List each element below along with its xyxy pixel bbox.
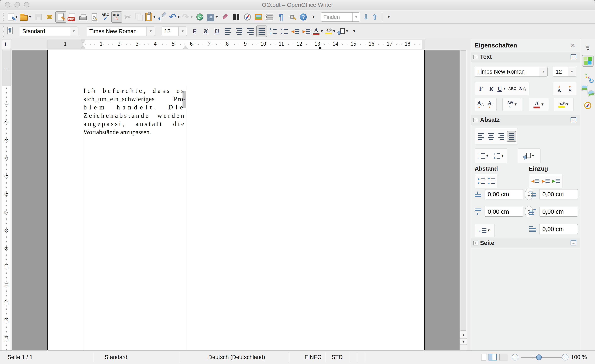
horizontal-ruler[interactable]: 1123456789101112131415161718 bbox=[47, 40, 425, 49]
text-line[interactable]: Wortabstände anzupassen. bbox=[84, 128, 186, 137]
zoom-in-button[interactable]: + bbox=[562, 354, 568, 360]
chevron-down-icon[interactable]: ▼ bbox=[215, 15, 219, 19]
tab-stop-selector[interactable]: L bbox=[2, 40, 11, 49]
sidebar-increase-indent-button[interactable]: ◀ bbox=[531, 176, 540, 186]
indent-before-input[interactable]: 0,00 cm bbox=[539, 189, 578, 199]
sidebar-underline-button[interactable]: U▼ bbox=[497, 83, 507, 94]
scroll-down-button[interactable]: ▼ bbox=[460, 338, 467, 345]
format-paintbrush-button[interactable] bbox=[157, 11, 168, 23]
chevron-down-icon[interactable]: ▼ bbox=[352, 13, 360, 21]
decrease-indent-button[interactable]: ◀ bbox=[290, 26, 301, 37]
text-line[interactable]: sich_um_ein_schwierigesPro- bbox=[84, 95, 186, 104]
find-toolbar-overflow-icon[interactable]: ▼ bbox=[387, 15, 390, 19]
sidebar-align-justify-button[interactable] bbox=[507, 131, 516, 142]
first-line-indent-input[interactable]: 0,00 cm bbox=[539, 224, 578, 234]
page-section-header[interactable]: + Seite … bbox=[471, 238, 580, 248]
sidebar-font-size-select[interactable]: 12 ▼ bbox=[553, 67, 576, 77]
align-justify-button[interactable] bbox=[256, 26, 267, 37]
sidebar-align-left-button[interactable] bbox=[476, 131, 485, 142]
highlighting-button[interactable]: ab✎▼ bbox=[325, 26, 337, 37]
zoom-level-status[interactable]: 100 % bbox=[571, 350, 587, 364]
background-color-button[interactable]: ▼ bbox=[337, 26, 349, 37]
sidebar-italic-button[interactable]: K bbox=[487, 83, 496, 94]
italic-button[interactable]: K bbox=[200, 26, 211, 37]
zoom-button[interactable] bbox=[287, 11, 298, 23]
dialog-launcher-icon[interactable]: … bbox=[571, 117, 576, 122]
expand-icon[interactable]: + bbox=[473, 241, 478, 245]
chevron-down-icon[interactable]: ▼ bbox=[345, 29, 349, 33]
selection-mode-status[interactable]: STD bbox=[332, 350, 343, 364]
sidebar-align-right-button[interactable] bbox=[497, 131, 506, 142]
sidebar-tab-navigator[interactable] bbox=[582, 100, 594, 112]
page-number-status[interactable]: Seite 1 / 1 bbox=[7, 350, 33, 364]
text-line[interactable]: angepasst,anstattdie bbox=[84, 120, 186, 128]
single-page-view-icon[interactable] bbox=[481, 354, 486, 360]
character-dialog-icon[interactable]: AA bbox=[518, 83, 527, 94]
find-input[interactable]: Finden ▼ bbox=[321, 12, 360, 21]
open-file-button[interactable]: ▼ bbox=[19, 11, 33, 23]
document-page[interactable]: Ichbefürchte,dassessich_um_ein_schwierig… bbox=[47, 50, 425, 350]
export-pdf-button[interactable]: PDF bbox=[66, 11, 77, 23]
sidebar-decrease-indent-button[interactable]: ◀ bbox=[541, 176, 550, 186]
toolbar-grip[interactable] bbox=[2, 12, 4, 22]
switch-indent-button[interactable]: ▶ bbox=[552, 176, 561, 186]
toolbar-grip[interactable] bbox=[2, 25, 4, 37]
chevron-down-icon[interactable]: ▼ bbox=[177, 15, 180, 19]
chevron-down-icon[interactable]: ▼ bbox=[28, 15, 32, 19]
dialog-launcher-icon[interactable]: … bbox=[571, 241, 576, 245]
uppercase-button[interactable]: A▲A bbox=[476, 99, 485, 110]
new-document-button[interactable]: ✎▼ bbox=[7, 11, 19, 23]
find-replace-button[interactable] bbox=[231, 11, 241, 23]
undo-button[interactable]: ↶▼ bbox=[168, 11, 181, 23]
font-color-button[interactable]: A▼ bbox=[312, 26, 324, 37]
multi-page-view-icon[interactable] bbox=[489, 354, 497, 360]
left-indent-marker[interactable] bbox=[81, 46, 85, 49]
language-status[interactable]: Deutsch (Deutschland) bbox=[208, 350, 265, 364]
chevron-down-icon[interactable]: ▼ bbox=[568, 67, 576, 77]
underline-button[interactable]: U bbox=[212, 26, 222, 37]
auto-spellcheck-button[interactable]: ABC≈ bbox=[111, 11, 122, 23]
sidebar-font-color-button[interactable]: A▼ bbox=[533, 99, 545, 110]
sidebar-strikethrough-button[interactable]: ABC bbox=[508, 83, 517, 94]
toolbar-overflow-icon[interactable]: ▼ bbox=[352, 29, 356, 33]
chevron-down-icon[interactable]: ▼ bbox=[147, 27, 155, 36]
indent-after-input[interactable]: 0,00 cm bbox=[539, 207, 578, 217]
sidebar-bullet-list-button[interactable]: •• ▼ bbox=[477, 150, 489, 161]
book-view-icon[interactable] bbox=[499, 354, 508, 360]
close-icon[interactable]: ✕ bbox=[570, 42, 575, 49]
sidebar-tab-gallery[interactable] bbox=[582, 85, 594, 97]
scroll-up-button[interactable]: ▲ bbox=[460, 332, 467, 338]
paragraph-background-button[interactable]: ▼ bbox=[523, 150, 535, 161]
bold-button[interactable]: F bbox=[189, 26, 200, 37]
numbered-list-button[interactable]: III bbox=[268, 26, 278, 37]
sidebar-bold-button[interactable]: F bbox=[476, 83, 485, 94]
chevron-down-icon[interactable]: ▼ bbox=[190, 15, 193, 19]
insert-table-button[interactable]: ▦▼ bbox=[206, 11, 220, 23]
increase-indent-button[interactable]: ◀ bbox=[301, 26, 312, 37]
decrease-font-size-button[interactable]: ▼A bbox=[565, 83, 574, 94]
spellcheck-button[interactable]: ABC✓ bbox=[100, 11, 111, 23]
text-section-header[interactable]: − Text … bbox=[471, 52, 580, 62]
sidebar-tab-properties[interactable] bbox=[582, 55, 594, 67]
chevron-down-icon[interactable]: ▼ bbox=[320, 29, 324, 33]
navigator-button[interactable] bbox=[242, 11, 253, 23]
font-size-select[interactable]: 12 ▼ bbox=[162, 27, 187, 36]
chevron-down-icon[interactable]: ▼ bbox=[178, 27, 187, 36]
paragraph-style-select[interactable]: Standard ▼ bbox=[20, 27, 78, 36]
data-sources-button[interactable] bbox=[264, 11, 275, 23]
spacing-below-input[interactable]: 0,00 cm bbox=[485, 207, 523, 217]
paragraph[interactable]: Ichbefürchte,dassessich_um_ein_schwierig… bbox=[84, 87, 186, 137]
align-center-button[interactable] bbox=[234, 26, 245, 37]
bullet-list-button[interactable]: •• bbox=[279, 26, 290, 37]
gallery-button[interactable] bbox=[253, 11, 264, 23]
sidebar-menu-button[interactable]: ≡▼ bbox=[582, 41, 594, 53]
collapse-icon[interactable]: − bbox=[473, 55, 478, 59]
text-line[interactable]: Ichbefürchte,dasses bbox=[84, 87, 186, 95]
find-next-button[interactable]: ⇩ bbox=[363, 13, 369, 21]
hyperlink-button[interactable] bbox=[195, 11, 205, 23]
line-spacing-button[interactable]: ↕ ▼ bbox=[478, 225, 491, 236]
page-style-status[interactable]: Standard bbox=[105, 350, 128, 364]
sidebar-font-name-select[interactable]: Times New Roman ▼ bbox=[475, 67, 548, 77]
help-button[interactable]: ? bbox=[298, 11, 309, 23]
insert-mode-status[interactable]: EINFG bbox=[305, 350, 322, 364]
